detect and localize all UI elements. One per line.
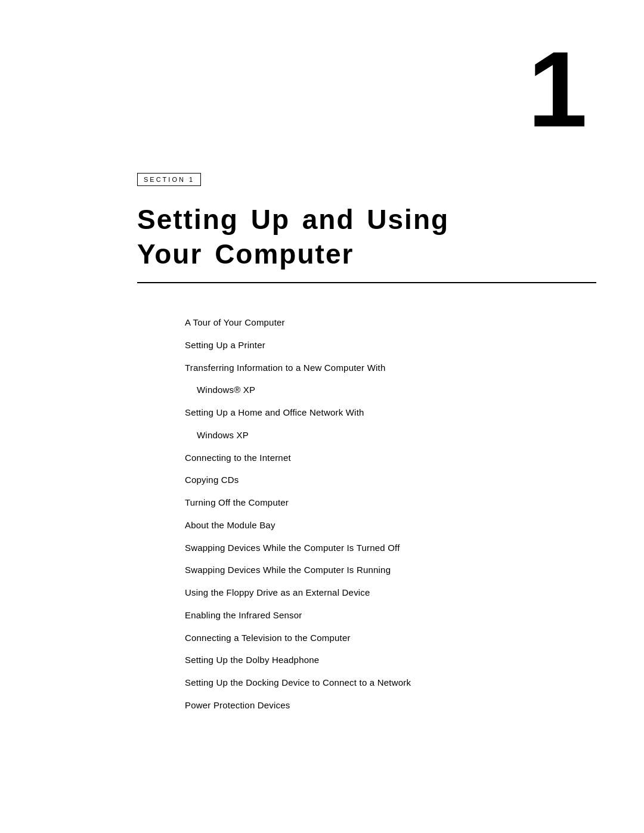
toc-item: Power Protection Devices	[185, 699, 596, 712]
toc-item: Copying CDs	[185, 473, 596, 487]
toc-item: Connecting to the Internet	[185, 451, 596, 465]
main-title: Setting Up and Using Your Computer	[137, 203, 596, 283]
toc-item: Transferring Information to a New Comput…	[185, 361, 596, 374]
toc-item: Setting Up a Home and Office Network Wit…	[185, 406, 596, 419]
toc-list: A Tour of Your ComputerSetting Up a Prin…	[185, 316, 596, 721]
section-badge: SECTION 1	[137, 173, 201, 186]
title-area: Setting Up and Using Your Computer	[137, 203, 596, 283]
toc-item: About the Module Bay	[185, 519, 596, 532]
page-container: 1 SECTION 1 Setting Up and Using Your Co…	[0, 0, 644, 833]
toc-item: Windows XP	[185, 429, 596, 442]
toc-item: Enabling the Infrared Sensor	[185, 609, 596, 622]
toc-item: Using the Floppy Drive as an External De…	[185, 586, 596, 599]
toc-item: Swapping Devices While the Computer Is T…	[185, 541, 596, 555]
chapter-number: 1	[528, 36, 584, 143]
title-line1: Setting Up and Using	[137, 204, 449, 235]
title-line2: Your Computer	[137, 239, 354, 270]
toc-item: A Tour of Your Computer	[185, 316, 596, 329]
toc-item: Turning Off the Computer	[185, 496, 596, 509]
toc-item: Setting Up the Dolby Headphone	[185, 654, 596, 667]
toc-item: Swapping Devices While the Computer Is R…	[185, 563, 596, 577]
toc-item: Windows® XP	[185, 383, 596, 397]
toc-item: Connecting a Television to the Computer	[185, 631, 596, 645]
toc-item: Setting Up a Printer	[185, 339, 596, 352]
toc-item: Setting Up the Docking Device to Connect…	[185, 676, 596, 689]
